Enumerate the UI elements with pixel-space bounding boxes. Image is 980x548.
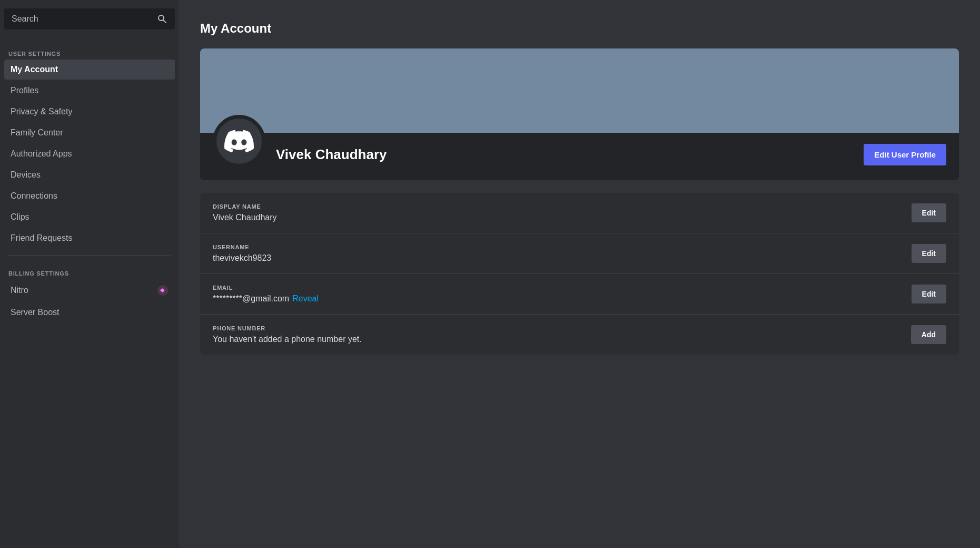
detail-label-display-name: DISPLAY NAME xyxy=(213,203,912,210)
sidebar-item-family-center[interactable]: Family Center xyxy=(4,123,175,143)
add-phone-button[interactable]: Add xyxy=(911,325,946,344)
sidebar-item-label: Connections xyxy=(11,191,57,201)
sidebar-item-privacy-safety[interactable]: Privacy & Safety xyxy=(4,102,175,122)
reveal-email-link[interactable]: Reveal xyxy=(292,294,319,303)
section-label-billing-settings: BILLING SETTINGS xyxy=(4,266,175,279)
edit-username-button[interactable]: Edit xyxy=(912,244,946,263)
profile-username: Vivek Chaudhary xyxy=(276,146,864,163)
detail-label-phone: PHONE NUMBER xyxy=(213,325,911,331)
detail-value-display-name: Vivek Chaudhary xyxy=(213,213,912,222)
detail-row-email: EMAIL *********@gmail.comReveal Edit xyxy=(200,274,959,315)
email-masked: *********@gmail.com xyxy=(213,294,289,303)
discord-logo-icon xyxy=(224,126,254,156)
profile-info-row: Vivek Chaudhary Edit User Profile xyxy=(200,133,959,180)
sidebar-item-label: Server Boost xyxy=(11,308,59,317)
detail-value-phone: You haven't added a phone number yet. xyxy=(213,335,911,344)
detail-value-email: *********@gmail.comReveal xyxy=(213,294,912,304)
profile-card: Vivek Chaudhary Edit User Profile xyxy=(200,48,959,180)
detail-content-email: EMAIL *********@gmail.comReveal xyxy=(213,285,912,304)
edit-email-button[interactable]: Edit xyxy=(912,285,946,304)
detail-content-phone: PHONE NUMBER You haven't added a phone n… xyxy=(213,325,911,344)
account-details: DISPLAY NAME Vivek Chaudhary Edit USERNA… xyxy=(200,193,959,355)
sidebar-item-label: Friend Requests xyxy=(11,233,72,243)
sidebar-item-my-account[interactable]: My Account xyxy=(4,60,175,80)
sidebar-item-devices[interactable]: Devices xyxy=(4,165,175,185)
sidebar-item-nitro[interactable]: Nitro xyxy=(4,279,175,301)
sidebar-item-profiles[interactable]: Profiles xyxy=(4,81,175,101)
detail-content-display-name: DISPLAY NAME Vivek Chaudhary xyxy=(213,203,912,222)
sidebar-item-label: My Account xyxy=(11,65,58,74)
sidebar-item-label: Privacy & Safety xyxy=(11,107,72,116)
search-icon xyxy=(157,14,167,24)
sidebar-item-label: Authorized Apps xyxy=(11,149,72,159)
sidebar-item-connections[interactable]: Connections xyxy=(4,186,175,206)
detail-value-username: thevivekch9823 xyxy=(213,253,912,263)
detail-label-email: EMAIL xyxy=(213,285,912,291)
detail-row-username: USERNAME thevivekch9823 Edit xyxy=(200,233,959,274)
sidebar-item-label: Profiles xyxy=(11,86,38,95)
sidebar-item-label: Family Center xyxy=(11,128,63,138)
avatar xyxy=(213,115,265,168)
detail-content-username: USERNAME thevivekch9823 xyxy=(213,244,912,263)
edit-display-name-button[interactable]: Edit xyxy=(912,203,946,222)
sidebar-item-server-boost[interactable]: Server Boost xyxy=(4,302,175,322)
section-label-user-settings: USER SETTINGS xyxy=(4,46,175,59)
search-input[interactable] xyxy=(12,14,157,24)
sidebar-item-label: Clips xyxy=(11,212,29,222)
sidebar-item-clips[interactable]: Clips xyxy=(4,207,175,227)
detail-label-username: USERNAME xyxy=(213,244,912,250)
sidebar: USER SETTINGS My Account Profiles Privac… xyxy=(0,0,179,548)
svg-point-1 xyxy=(161,289,164,292)
detail-row-phone: PHONE NUMBER You haven't added a phone n… xyxy=(200,315,959,355)
sidebar-item-authorized-apps[interactable]: Authorized Apps xyxy=(4,144,175,164)
sidebar-divider xyxy=(8,255,171,256)
profile-banner xyxy=(200,48,959,133)
sidebar-item-friend-requests[interactable]: Friend Requests xyxy=(4,228,175,248)
nitro-icon xyxy=(157,285,169,296)
search-box[interactable] xyxy=(4,8,175,30)
page-title: My Account xyxy=(200,21,959,36)
detail-row-display-name: DISPLAY NAME Vivek Chaudhary Edit xyxy=(200,193,959,233)
main-content: My Account Vivek Chaudhary Edit User Pro… xyxy=(179,0,980,548)
sidebar-item-label: Nitro xyxy=(11,286,28,295)
edit-profile-button[interactable]: Edit User Profile xyxy=(864,144,946,165)
sidebar-item-label: Devices xyxy=(11,170,41,180)
